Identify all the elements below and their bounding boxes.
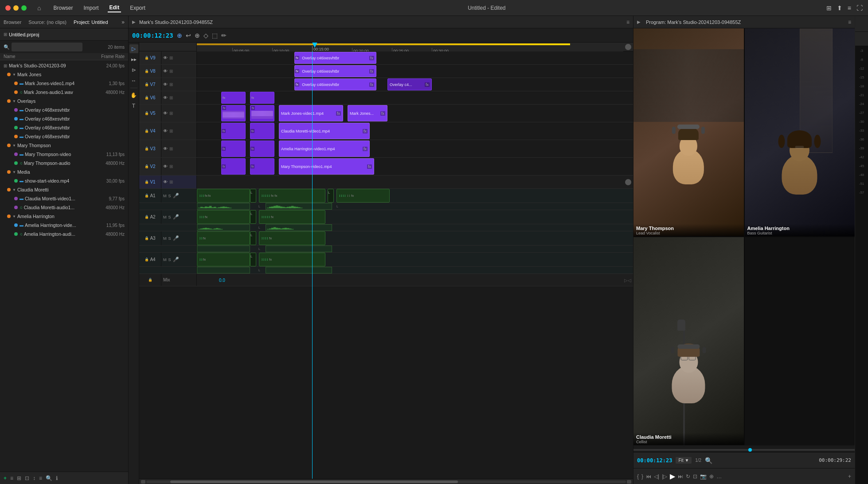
- clip-amelia-v3[interactable]: Amelia Harrington-video1.mp4 fx: [279, 141, 370, 157]
- audio-clip-a4b[interactable]: ↕↕↕↕ fx: [259, 253, 325, 266]
- clip-mary-v2[interactable]: Mary Thompson-video1.mp4 fx: [279, 158, 374, 175]
- track-lock-icon[interactable]: 🔒: [145, 56, 149, 60]
- list-item[interactable]: ▼ Claudia Moretti: [0, 185, 128, 194]
- freeform-btn[interactable]: ⊡: [25, 475, 29, 481]
- track-lock-icon[interactable]: 🔒: [145, 96, 149, 100]
- ripple-tool[interactable]: ⊳: [129, 66, 138, 74]
- list-item[interactable]: ▼ Amelia Harrington: [0, 212, 128, 221]
- clip-v5b[interactable]: fx: [250, 105, 274, 121]
- new-bin-btn[interactable]: +: [4, 475, 7, 481]
- track-v4-menu[interactable]: ⊞: [169, 129, 173, 133]
- list-item[interactable]: ▬ show-start-video.mp4 30,00 fps: [0, 176, 128, 185]
- step-fwd-btn[interactable]: ⏭: [678, 473, 683, 480]
- audio-clip-a1c[interactable]: ↕↕↕↕ ↕↕ fx: [336, 189, 390, 203]
- home-icon[interactable]: ⌂: [37, 4, 41, 12]
- fullscreen-icon[interactable]: ⛶: [856, 4, 863, 12]
- tab-browser[interactable]: Browser: [4, 19, 21, 26]
- track-a4-mic[interactable]: 🎤: [173, 257, 179, 262]
- menu-export[interactable]: Export: [128, 4, 147, 12]
- scroll-track[interactable]: [146, 480, 626, 483]
- track-a3-content[interactable]: ↕↕ fx L ↕↕↕↕ fx: [197, 231, 633, 245]
- menu-browser[interactable]: Browser: [51, 4, 74, 12]
- slide-btn[interactable]: ⬚: [212, 32, 218, 39]
- track-v1-content[interactable]: [197, 176, 623, 188]
- mix-expand[interactable]: ▷◁: [624, 277, 631, 282]
- track-lock-icon[interactable]: 🔒: [145, 236, 149, 240]
- add-marker-btn[interactable]: ⊕: [709, 473, 714, 480]
- slip-btn[interactable]: ◇: [203, 32, 208, 39]
- track-lock-icon[interactable]: 🔒: [145, 129, 149, 133]
- track-v3-menu[interactable]: ⊞: [169, 146, 173, 151]
- track-v2-menu[interactable]: ⊞: [169, 164, 173, 169]
- program-playhead-bar[interactable]: [633, 445, 855, 452]
- find-btn[interactable]: 🔍: [46, 475, 52, 481]
- clip-v2a[interactable]: fx: [221, 158, 246, 175]
- track-v4-content[interactable]: fx fx Claudia Moretti-video1.mp4 fx: [197, 122, 633, 140]
- fit-dropdown[interactable]: Fit ▼: [676, 457, 692, 464]
- track-a3-m[interactable]: M: [163, 236, 167, 241]
- clip-v2b[interactable]: fx: [250, 158, 274, 175]
- list-item[interactable]: ▼ Media: [0, 168, 128, 176]
- pen-btn[interactable]: ✏: [221, 32, 227, 39]
- play-stop-btn[interactable]: ▶: [670, 472, 675, 480]
- clip-v5a[interactable]: fx: [221, 105, 246, 121]
- timeline-hscrollbar[interactable]: [139, 479, 633, 484]
- track-a2-m[interactable]: M: [163, 215, 167, 219]
- list-item[interactable]: ▼ Mark Jones: [0, 70, 128, 79]
- list-item[interactable]: ▼ Overlays: [0, 97, 128, 105]
- mix-content[interactable]: 0.0 ▷◁: [197, 274, 633, 286]
- track-v1-eye[interactable]: 👁: [163, 180, 168, 184]
- audio-clip-a1b[interactable]: ↕↕↕↕↕ fx fx: [259, 189, 325, 203]
- track-v3-content[interactable]: fx fx Amelia Harrington-video1.mp4 fx: [197, 140, 633, 157]
- track-lock-icon[interactable]: 🔒: [145, 82, 149, 86]
- audio-marker[interactable]: L: [250, 210, 256, 224]
- clip-v3b[interactable]: fx: [250, 141, 274, 157]
- clip-v6b[interactable]: fx: [250, 92, 274, 104]
- scroll-right-btn[interactable]: [627, 480, 631, 484]
- menu-edit[interactable]: Edit: [108, 4, 121, 12]
- menu-import[interactable]: Import: [82, 4, 100, 12]
- track-lock-icon[interactable]: 🔒: [145, 194, 149, 198]
- track-v2-content[interactable]: fx fx Mary Thompson-video1.mp4 fx: [197, 158, 633, 175]
- automate-btn[interactable]: ≡: [39, 475, 42, 481]
- layout-icon[interactable]: ⊞: [826, 4, 832, 12]
- track-lock-icon[interactable]: 🔒: [145, 111, 149, 115]
- list-item[interactable]: ♫ Mark Jones-audio1.wav 48000 Hz: [0, 88, 128, 97]
- clip-overlay-v7a[interactable]: fx Overlay c46ixesvhtbr fx: [294, 78, 376, 90]
- track-a4-s[interactable]: S: [168, 258, 171, 262]
- audio-clip-a2a[interactable]: ↕↕↕ fx: [197, 210, 250, 224]
- safe-margins-btn[interactable]: ⊡: [693, 473, 697, 480]
- close-button[interactable]: [5, 5, 11, 11]
- audio-clip-a3b[interactable]: ↕↕↕↕ fx: [259, 231, 325, 245]
- add-track-btn[interactable]: +: [848, 473, 851, 480]
- tab-source[interactable]: Source: (no clips): [28, 19, 66, 26]
- loop-btn[interactable]: ↻: [686, 473, 690, 480]
- track-lock-icon[interactable]: 🔒: [145, 164, 149, 168]
- rolling-tool[interactable]: ↔: [129, 76, 138, 85]
- track-v6-eye[interactable]: 👁: [163, 95, 168, 100]
- track-lock-icon[interactable]: 🔒: [145, 215, 149, 219]
- info-btn[interactable]: ℹ: [56, 475, 58, 481]
- list-item[interactable]: ▬ Overlay c468xesvhtbr: [0, 123, 128, 132]
- track-lock-icon[interactable]: 🔒: [145, 69, 149, 73]
- list-view-btn[interactable]: ≡: [10, 475, 13, 481]
- track-v8-content[interactable]: fx Overlay c46ixesvhtbr fx: [197, 65, 633, 78]
- clip-v3a[interactable]: fx: [221, 141, 246, 157]
- panel-expand-icon[interactable]: »: [121, 19, 125, 25]
- track-lock-icon[interactable]: 🔒: [145, 147, 149, 151]
- clip-v4b[interactable]: fx: [250, 123, 274, 139]
- track-select-tool[interactable]: ▸▸: [129, 55, 138, 64]
- track-a4-content[interactable]: ↕↕ fx L ↕↕↕↕ fx: [197, 253, 633, 266]
- track-v6-content[interactable]: fx fx: [197, 91, 633, 104]
- list-item[interactable]: ♫ Amelia Harrington-audi... 48000 Hz: [0, 230, 128, 238]
- track-v7-menu[interactable]: ⊞: [169, 82, 173, 87]
- step-back-btn[interactable]: ⏮: [646, 473, 651, 480]
- track-a1-m[interactable]: M: [163, 194, 167, 198]
- sort-btn[interactable]: ↕: [33, 475, 35, 481]
- text-tool[interactable]: T: [129, 101, 138, 110]
- audio-clip-a2b[interactable]: ↕↕↕↕↕ fx: [259, 210, 325, 224]
- menu-icon[interactable]: ≡: [848, 4, 851, 12]
- tab-project[interactable]: Project: Untitled: [74, 19, 108, 26]
- clip-claudia-v4[interactable]: Claudia Moretti-video1.mp4 fx: [279, 123, 370, 139]
- track-v9-content[interactable]: fx Overlay c46ixesvhtbr fx: [197, 51, 633, 64]
